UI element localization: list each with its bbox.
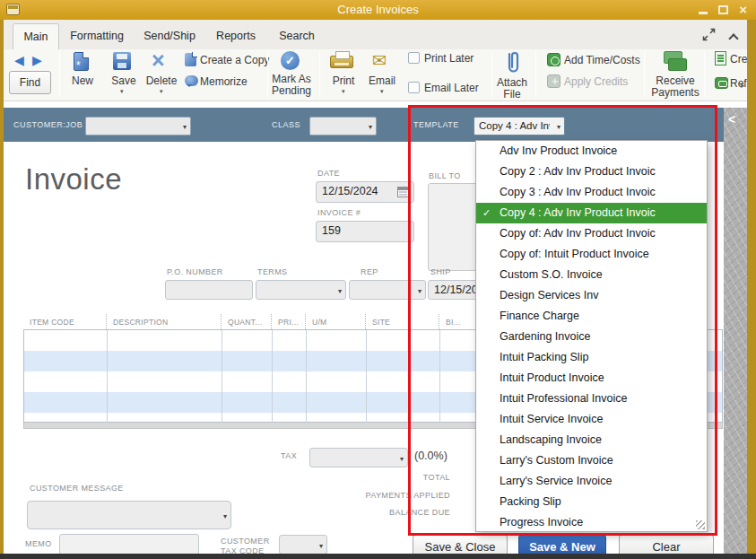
save-caret-icon[interactable]: ▾ bbox=[120, 88, 124, 95]
email-icon[interactable]: ✉ bbox=[372, 52, 387, 70]
history-panel-collapsed[interactable] bbox=[724, 108, 747, 554]
dropdown-item[interactable]: Intuit Product Invoice bbox=[476, 368, 707, 389]
resize-grip[interactable] bbox=[696, 520, 705, 529]
save-button[interactable]: Save bbox=[106, 75, 142, 87]
class-caret-icon[interactable]: ▾ bbox=[369, 123, 372, 131]
dropdown-item[interactable]: Progress Invoice bbox=[476, 512, 707, 533]
customer-message-caret-icon[interactable]: ▾ bbox=[223, 512, 227, 520]
attach-file-icon[interactable] bbox=[503, 50, 523, 77]
print-caret-icon[interactable]: ▾ bbox=[342, 88, 345, 95]
email-later-label[interactable]: Email Later bbox=[424, 83, 479, 94]
create-batch-icon[interactable] bbox=[715, 51, 726, 66]
tax-combo[interactable]: ▾ bbox=[309, 448, 408, 467]
dropdown-item[interactable]: Finance Charge bbox=[476, 306, 707, 327]
new-icon[interactable] bbox=[74, 52, 89, 71]
toolbar-overflow-icon[interactable]: ▸ bbox=[741, 81, 745, 90]
tab-send-ship[interactable]: Send/Ship bbox=[135, 23, 204, 49]
customer-tax-code-combo[interactable]: ▾ bbox=[279, 535, 327, 555]
dropdown-item-selected[interactable]: ✓ Copy 4 : Adv Inv Product Invoic bbox=[476, 203, 707, 223]
memorize-button[interactable]: Memorize bbox=[200, 76, 248, 88]
email-caret-icon[interactable]: ▾ bbox=[380, 88, 384, 95]
mark-pending-button[interactable]: Mark As Pending bbox=[264, 74, 319, 97]
attach-file-button[interactable]: Attach File bbox=[490, 77, 534, 100]
template-dropdown-list[interactable]: Adv Inv Product Invoice Copy 2 : Adv Inv… bbox=[475, 140, 708, 532]
dropdown-item[interactable]: Larry's Service Invoice bbox=[476, 471, 707, 492]
rep-combo[interactable]: ▾ bbox=[349, 280, 426, 300]
dropdown-item[interactable]: Adv Inv Product Invoice bbox=[476, 141, 707, 162]
tab-main[interactable]: Main bbox=[13, 23, 59, 49]
email-button[interactable]: Email bbox=[366, 75, 398, 87]
print-button[interactable]: Print bbox=[328, 75, 359, 87]
delete-button[interactable]: Delete bbox=[142, 75, 181, 87]
terms-caret-icon[interactable]: ▾ bbox=[338, 287, 342, 295]
memo-field[interactable] bbox=[59, 534, 199, 555]
template-value: Copy 4 : Adv Inv bbox=[479, 120, 550, 131]
print-icon[interactable] bbox=[330, 56, 353, 68]
add-time-costs-icon[interactable] bbox=[547, 53, 560, 66]
add-time-costs-button[interactable]: Add Time/Costs bbox=[564, 55, 640, 66]
create-copy-icon[interactable] bbox=[185, 53, 196, 66]
dropdown-item[interactable]: Intuit Professional Invoice bbox=[476, 389, 707, 409]
create-batch-button[interactable]: Cre bbox=[730, 54, 747, 66]
rep-caret-icon[interactable]: ▾ bbox=[418, 287, 421, 295]
close-icon[interactable]: × bbox=[739, 1, 747, 19]
save-icon[interactable] bbox=[113, 52, 131, 70]
mark-pending-icon[interactable]: ✓ bbox=[281, 51, 300, 70]
dropdown-item[interactable]: Packing Slip bbox=[476, 492, 707, 512]
minimize-icon[interactable] bbox=[699, 12, 708, 14]
dropdown-item[interactable]: Copy 2 : Adv Inv Product Invoic bbox=[476, 162, 707, 182]
maximize-icon[interactable] bbox=[718, 5, 728, 14]
tab-reports[interactable]: Reports bbox=[204, 23, 267, 49]
receive-payments-button[interactable]: Receive Payments bbox=[646, 75, 705, 99]
delete-caret-icon[interactable]: ▾ bbox=[160, 88, 163, 95]
receive-payments-icon[interactable] bbox=[664, 51, 687, 71]
dropdown-item[interactable]: Landscaping Invoice bbox=[476, 430, 707, 450]
invoice-number-field[interactable]: 159 bbox=[316, 221, 414, 242]
tab-formatting[interactable]: Formatting bbox=[59, 23, 135, 49]
dropdown-item[interactable]: Intuit Packing Slip bbox=[476, 347, 707, 368]
column-header[interactable]: PRI... bbox=[271, 314, 305, 329]
po-number-field[interactable] bbox=[165, 280, 253, 300]
dropdown-item[interactable]: Gardening Invoice bbox=[476, 327, 707, 347]
expand-window-icon[interactable] bbox=[702, 28, 716, 41]
customer-tax-code-caret-icon[interactable]: ▾ bbox=[319, 542, 323, 550]
back-icon[interactable]: ◀ bbox=[14, 53, 24, 67]
delete-icon[interactable]: × bbox=[152, 50, 165, 70]
column-header[interactable]: QUANT... bbox=[221, 314, 271, 329]
customer-message-combo[interactable]: ▾ bbox=[27, 501, 231, 529]
dropdown-item[interactable]: Copy of: Adv Inv Product Invoic bbox=[476, 223, 707, 244]
customer-job-combo[interactable]: ▾ bbox=[85, 117, 191, 135]
memorize-icon[interactable] bbox=[185, 75, 198, 86]
print-later-label[interactable]: Print Later bbox=[424, 53, 474, 65]
refund-credit-icon[interactable] bbox=[715, 77, 728, 89]
customer-job-caret-icon[interactable]: ▾ bbox=[183, 123, 187, 131]
create-copy-button[interactable]: Create a Copy bbox=[200, 55, 269, 66]
print-later-checkbox[interactable] bbox=[408, 52, 420, 64]
system-menu-icon[interactable] bbox=[6, 4, 20, 15]
column-header[interactable]: SITE bbox=[365, 314, 439, 329]
new-button[interactable]: New bbox=[66, 75, 99, 87]
terms-combo[interactable]: ▾ bbox=[256, 280, 346, 300]
calendar-icon[interactable] bbox=[397, 187, 409, 197]
column-header[interactable]: DESCRIPTION bbox=[106, 314, 221, 329]
column-header[interactable]: ITEM CODE bbox=[23, 314, 106, 329]
dropdown-item[interactable]: Larry's Custom Invoice bbox=[476, 450, 707, 471]
find-button[interactable]: Find bbox=[9, 71, 51, 94]
column-header[interactable]: U/M bbox=[305, 314, 365, 329]
class-combo[interactable]: ▾ bbox=[309, 117, 377, 135]
template-combo[interactable]: Copy 4 : Adv Inv ▾ bbox=[474, 117, 565, 135]
sidebar-collapse-icon[interactable]: < bbox=[728, 112, 735, 127]
dropdown-item[interactable]: Custom S.O. Invoice bbox=[476, 265, 707, 285]
date-field[interactable]: 12/15/2024 bbox=[316, 181, 414, 203]
dropdown-item[interactable]: Intuit Service Invoice bbox=[476, 409, 707, 430]
dropdown-item[interactable]: Copy 3 : Adv Inv Product Invoic bbox=[476, 182, 707, 203]
email-later-checkbox[interactable] bbox=[408, 82, 420, 93]
template-caret-icon[interactable]: ▾ bbox=[557, 123, 560, 131]
forward-icon[interactable]: ▶ bbox=[32, 53, 42, 67]
tab-search[interactable]: Search bbox=[267, 23, 326, 49]
window-border-bottom bbox=[0, 554, 756, 559]
dropdown-item[interactable]: Copy of: Intuit Product Invoice bbox=[476, 244, 707, 265]
dropdown-item[interactable]: Design Services Inv bbox=[476, 285, 707, 306]
tax-caret-icon[interactable]: ▾ bbox=[400, 455, 404, 463]
toolbar-divider bbox=[319, 51, 320, 98]
